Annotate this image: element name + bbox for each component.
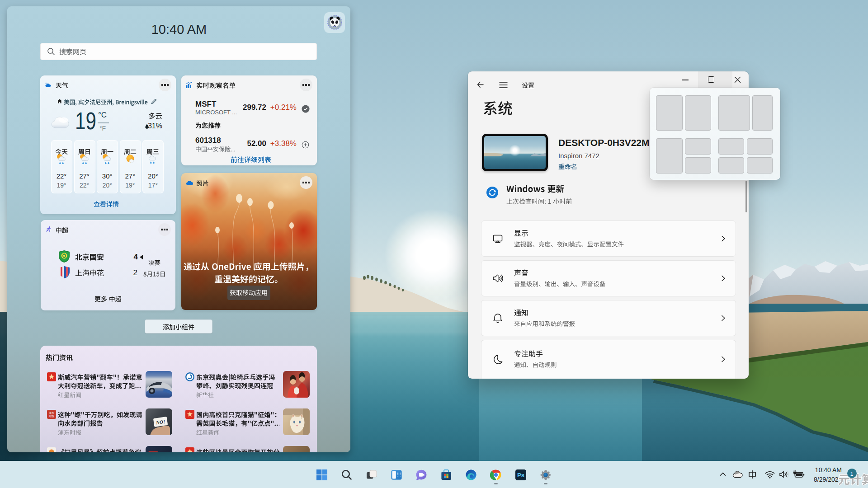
svg-text:Ps: Ps <box>517 472 524 479</box>
svg-text:时报: 时报 <box>49 414 54 418</box>
svg-text:浦东: 浦东 <box>49 411 54 414</box>
